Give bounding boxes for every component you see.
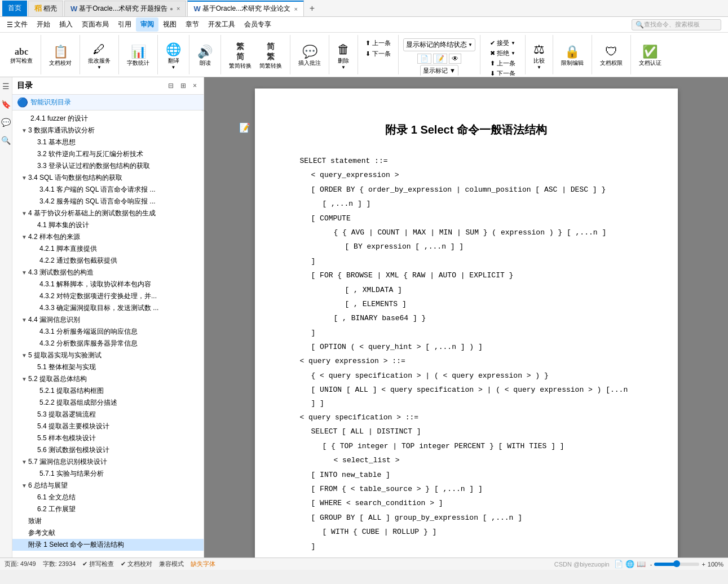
toc-item-18[interactable]: 4.3.1 分析服务端返回的响应信息	[12, 326, 204, 338]
zoom-in-btn[interactable]: +	[701, 561, 705, 568]
reading-view-btn[interactable]: 📖	[637, 560, 646, 568]
review-prev-button[interactable]: ⬆ 上一条	[487, 59, 518, 68]
toc-item-20[interactable]: ▼5 提取器实现与实验测试	[12, 349, 204, 361]
toc-item-27[interactable]: 5.5 样本包模块设计	[12, 432, 204, 444]
toc-item-5[interactable]: ▼3.4 SQL 语句数据包结构的获取	[12, 172, 204, 184]
toc-toggle-22[interactable]: ▼	[21, 376, 27, 382]
spell-check-status[interactable]: ✔ 拼写检查	[82, 560, 114, 568]
toc-item-30[interactable]: 5.7.1 实验与结果分析	[12, 468, 204, 480]
toc-item-35[interactable]: 参考文献	[12, 527, 204, 539]
toc-item-11[interactable]: 4.2.1 脚本直接提供	[12, 243, 204, 255]
word-count-button[interactable]: 📊 字数统计	[123, 43, 153, 68]
doc-rights-button[interactable]: 🛡 文档权限	[597, 43, 626, 68]
smart-toc-btn[interactable]: 🔵 智能识别目录	[12, 95, 204, 110]
menu-insert[interactable]: 插入	[55, 17, 77, 32]
ribbon-search-box[interactable]: 🔍	[632, 19, 721, 30]
prev-comment-button[interactable]: ⬆ 上一条	[363, 38, 394, 48]
toc-item-0[interactable]: 2.4.1 fuzzer 的设计	[12, 113, 204, 125]
toc-item-22[interactable]: ▼5.2 提取器总体结构	[12, 373, 204, 385]
search-input[interactable]	[644, 21, 717, 28]
tab-home[interactable]: 首页	[2, 1, 27, 16]
compare-button[interactable]: ⚖ 比较 ▼	[530, 41, 548, 71]
toc-toggle-29[interactable]: ▼	[21, 459, 27, 465]
track-status-dropdown[interactable]: 显示标记的终结状态 ▼	[403, 38, 475, 51]
toc-item-26[interactable]: 5.4 提取器主要模块设计	[12, 421, 204, 432]
toc-item-32[interactable]: 6.1 全文总结	[12, 492, 204, 503]
track-icon-btn1[interactable]: 📄	[417, 54, 431, 64]
doc-verify-button[interactable]: ✅ 文档认证	[636, 43, 665, 68]
toc-toggle-13[interactable]: ▼	[21, 269, 27, 276]
trad-simp-button[interactable]: 繁简 繁简转换	[226, 41, 255, 71]
toc-item-31[interactable]: ▼6 总结与展望	[12, 480, 204, 492]
toc-item-7[interactable]: 3.4.2 服务端的 SQL 语言命令响应报 ...	[12, 196, 204, 207]
toc-item-23[interactable]: 5.2.1 提取器结构框图	[12, 385, 204, 397]
page-note-icon[interactable]: 📝	[239, 122, 250, 133]
doc-check-button[interactable]: 📋 文档校对	[46, 43, 75, 68]
toc-item-24[interactable]: 5.2.2 提取器组成部分描述	[12, 397, 204, 409]
tab-doc2-close[interactable]: ×	[294, 6, 297, 12]
toc-item-19[interactable]: 4.3.2 分析数据库服务器异常信息	[12, 338, 204, 349]
toc-item-25[interactable]: 5.3 提取器逻辑流程	[12, 409, 204, 421]
toc-item-2[interactable]: 3.1 基本思想	[12, 136, 204, 148]
toc-item-16[interactable]: 4.3.3 确定漏洞提取目标，发送测试数 ...	[12, 302, 204, 314]
toc-item-3[interactable]: 3.2 软件逆向工程与反汇编分析技术	[12, 148, 204, 160]
spell-check-button[interactable]: abc 拼写检查	[7, 46, 36, 66]
toc-expand-btn[interactable]: ⊞	[178, 81, 188, 91]
web-view-btn[interactable]: 🌐	[625, 560, 634, 568]
comments-icon[interactable]: 💬	[0, 116, 12, 129]
simp-trad-button[interactable]: 简繁 简繁转换	[256, 41, 285, 71]
tab-doc2[interactable]: W 基于Oracle...术研究 毕业论文 ×	[187, 1, 303, 16]
toc-item-1[interactable]: ▼3 数据库通讯协议分析	[12, 125, 204, 136]
toc-item-8[interactable]: ▼4 基于协议分析基础上的测试数据包的生成	[12, 207, 204, 219]
tab-doc1[interactable]: W 基于Oracle...术研究 开题报告 ● ×	[64, 1, 186, 16]
menu-chapter[interactable]: 章节	[181, 17, 204, 32]
toc-toggle-5[interactable]: ▼	[21, 175, 27, 181]
search-side-icon[interactable]: 🔍	[0, 134, 12, 147]
toc-item-15[interactable]: 4.3.2 对特定数据项进行变换处理，并...	[12, 290, 204, 302]
translate-button[interactable]: 🌐 翻译 ▼	[162, 41, 184, 71]
delete-button[interactable]: 🗑 删除 ▼	[334, 41, 353, 71]
tab-draft[interactable]: 稻 稻壳	[28, 1, 63, 16]
toc-item-29[interactable]: ▼5.7 漏洞信息识别模块设计	[12, 456, 204, 468]
menu-file[interactable]: ☰ 文件	[2, 17, 32, 32]
toc-item-14[interactable]: 4.3.1 解释脚本，读取协议样本包内容	[12, 278, 204, 290]
toc-item-17[interactable]: ▼4.4 漏洞信息识别	[12, 314, 204, 326]
track-icon-btn2[interactable]: 📝	[433, 54, 447, 64]
bookmark-icon[interactable]: 🔖	[0, 98, 12, 111]
toc-item-12[interactable]: 4.2.2 通过数据包截获提供	[12, 255, 204, 267]
print-view-btn[interactable]: 📄	[614, 560, 623, 568]
toc-toggle-17[interactable]: ▼	[21, 317, 27, 323]
read-button[interactable]: 🔊 朗读	[194, 43, 216, 68]
menu-vip[interactable]: 会员专享	[240, 17, 276, 32]
toc-item-10[interactable]: ▼4.2 样本包的来源	[12, 231, 204, 243]
batch-button[interactable]: 🖊 批改服务 ▼	[85, 41, 114, 71]
review-reject-button[interactable]: ✖ 拒绝 ▼	[487, 48, 518, 58]
review-next-button[interactable]: ⬇ 下一条	[487, 69, 518, 76]
menu-start[interactable]: 开始	[32, 17, 55, 32]
zoom-slider[interactable]	[654, 563, 699, 566]
toc-item-28[interactable]: 5.6 测试数据包模块设计	[12, 444, 204, 456]
menu-view[interactable]: 视图	[158, 17, 181, 32]
insert-note-button[interactable]: 💬 插入批注	[295, 43, 324, 68]
menu-devtools[interactable]: 开发工具	[204, 17, 240, 32]
toc-item-34[interactable]: 致谢	[12, 515, 204, 527]
toc-item-13[interactable]: ▼4.3 测试数据包的构造	[12, 267, 204, 278]
toc-toggle-20[interactable]: ▼	[21, 352, 27, 359]
toc-toggle-8[interactable]: ▼	[21, 210, 27, 216]
next-comment-button[interactable]: ⬇ 下一条	[363, 49, 394, 59]
show-markup-dropdown[interactable]: 显示标记 ▼	[420, 65, 458, 76]
review-accept-button[interactable]: ✔ 接受 ▼	[487, 38, 518, 48]
toc-item-4[interactable]: 3.3 登录认证过程的数据包结构的获取	[12, 160, 204, 172]
toc-item-6[interactable]: 3.4.1 客户端的 SQL 语言命令请求报 ...	[12, 184, 204, 196]
toc-item-36[interactable]: 附录 1 Select 命令一般语法结构	[12, 539, 204, 551]
zoom-out-btn[interactable]: -	[650, 561, 652, 568]
toc-close-btn[interactable]: ×	[191, 81, 199, 91]
toc-item-21[interactable]: 5.1 整体框架与实现	[12, 361, 204, 373]
track-icon-btn3[interactable]: 👁	[449, 54, 461, 64]
toc-item-9[interactable]: 4.1 脚本集的设计	[12, 219, 204, 231]
menu-review[interactable]: 审阅	[136, 17, 158, 32]
toc-toggle-10[interactable]: ▼	[21, 234, 27, 240]
toc-toggle-1[interactable]: ▼	[21, 127, 27, 134]
limit-edit-button[interactable]: 🔒 限制编辑	[558, 43, 587, 68]
menu-layout[interactable]: 页面布局	[77, 17, 113, 32]
